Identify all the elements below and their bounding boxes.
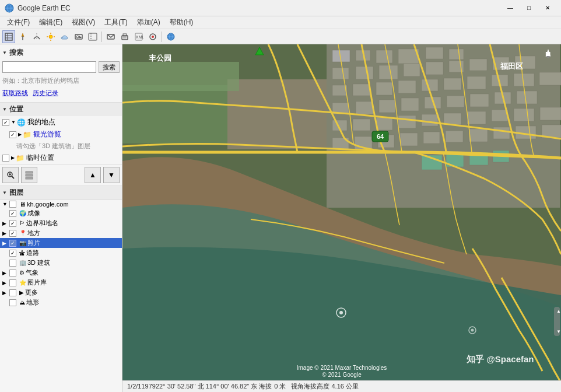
layers-header[interactable]: ▼ 图层 (0, 186, 122, 200)
layer-item-3[interactable]: ▶ ✓ 📍 地方 (0, 228, 122, 238)
temp-location-item[interactable]: ▶ 📁 临时位置 (0, 152, 122, 164)
svg-line-32 (12, 176, 14, 178)
menu-help[interactable]: 帮助(H) (165, 16, 198, 29)
layer-cb-3[interactable]: ✓ (9, 230, 16, 237)
positions-triangle: ▼ (2, 107, 7, 112)
svg-marker-17 (79, 36, 82, 38)
map-svg: 64 丰公园 福田区 N Image © 2021 Maxar Technolo… (122, 44, 561, 392)
layer-label-2: 边界和地名 (26, 219, 58, 228)
svg-rect-3 (5, 33, 12, 40)
layer-item-7[interactable]: ▶ ⚙ 气象 (0, 268, 122, 278)
search-title: 搜索 (9, 48, 23, 58)
layer-weather-icon: ⚙ (19, 270, 24, 276)
nav-down-btn[interactable]: ▼ (103, 167, 120, 183)
layer-cb-10[interactable] (9, 299, 16, 306)
svg-rect-66 (356, 102, 373, 114)
layer-cb-7[interactable] (9, 270, 16, 276)
toolbar-email-btn[interactable] (104, 30, 117, 43)
toolbar-kml-btn[interactable]: KML (132, 30, 145, 43)
app-title: Google Earth EC (17, 4, 502, 12)
svg-rect-49 (404, 64, 420, 76)
toolbar-tilt-btn[interactable] (30, 30, 43, 43)
layer-label-10: 地形 (26, 298, 39, 307)
layer-cb-0[interactable] (9, 201, 16, 208)
toolbar-print-btn[interactable] (118, 30, 131, 43)
svg-rect-99 (122, 85, 227, 144)
maximize-button[interactable]: □ (520, 2, 538, 14)
layer-cb-8[interactable] (9, 279, 16, 286)
layers-section: ▼ 图层 (0, 186, 122, 200)
layer-item-2[interactable]: ▶ ✓ 🏳 边界和地名 (0, 218, 122, 228)
search-triangle: ▼ (2, 50, 7, 55)
toolbar-map-btn[interactable] (2, 30, 15, 43)
svg-rect-55 (332, 85, 347, 96)
history-link[interactable]: 历史记录 (33, 89, 58, 97)
search-input[interactable] (2, 61, 96, 73)
menu-file[interactable]: 文件(F) (2, 16, 34, 29)
toolbar-separator-1 (101, 32, 102, 42)
layer-item-9[interactable]: ▶ ▶ 更多 (0, 288, 122, 298)
layer-item-10[interactable]: ⛰ 地形 (0, 298, 122, 307)
layer-item-8[interactable]: ▶ ⭐ 图片库 (0, 278, 122, 288)
route-link[interactable]: 获取路线 (2, 89, 28, 97)
layer-item-6[interactable]: 🏢 3D 建筑 (0, 258, 122, 268)
svg-rect-35 (26, 172, 33, 173)
my-places-label: 我的地点 (27, 117, 55, 127)
layer-label-3: 地方 (27, 229, 40, 237)
minimize-button[interactable]: — (502, 2, 519, 14)
layer-cb-5[interactable]: ✓ (9, 250, 16, 257)
temp-location-checkbox[interactable] (2, 155, 9, 162)
layer-cb-6[interactable] (9, 260, 16, 267)
menu-view[interactable]: 视图(V) (67, 16, 100, 29)
svg-point-114 (471, 329, 474, 332)
layer-item-0[interactable]: ▼ 🖥 kh.google.com (0, 200, 122, 208)
toolbar-record-btn[interactable] (146, 30, 159, 43)
layer-item-4[interactable]: ▶ ✓ 📷 照片 (0, 238, 122, 248)
svg-rect-18 (89, 33, 97, 40)
svg-rect-88 (423, 132, 440, 144)
layer-item-1[interactable]: ✓ 🌍 成像 (0, 208, 122, 218)
layer-gallery-icon: ⭐ (19, 279, 26, 286)
toolbar-roads-btn[interactable] (86, 30, 99, 43)
layer-cb-9[interactable] (9, 289, 16, 296)
my-places-item[interactable]: ✓ ▼ 🌐 我的地点 (0, 116, 122, 128)
menu-edit[interactable]: 编辑(E) (34, 16, 67, 29)
tourism-checkbox[interactable]: ✓ (9, 131, 16, 138)
my-places-checkbox[interactable]: ✓ (2, 119, 9, 126)
layer-label-0: kh.google.com (27, 201, 69, 208)
layer-expand-8: ▶ (2, 280, 8, 286)
menu-add[interactable]: 添加(A) (132, 16, 165, 29)
layer-expand-4: ▶ (2, 240, 8, 246)
toolbar-gallery-btn[interactable] (72, 30, 85, 43)
zoom-icon-btn[interactable] (2, 167, 19, 183)
svg-rect-77 (398, 116, 416, 128)
svg-rect-98 (227, 79, 327, 149)
search-button[interactable]: 搜索 (99, 61, 120, 73)
svg-point-16 (76, 36, 79, 38)
svg-rect-68 (401, 98, 419, 111)
svg-text:© 2021 Google: © 2021 Google (322, 372, 362, 378)
map-container[interactable]: 64 丰公园 福田区 N Image © 2021 Maxar Technolo… (122, 44, 561, 392)
layer-expand-0: ▼ (2, 201, 8, 207)
menu-tools[interactable]: 工具(T) (100, 16, 132, 29)
temp-triangle: ▶ (11, 155, 15, 160)
positions-header[interactable]: ▼ 位置 (0, 103, 122, 116)
close-button[interactable]: ✕ (539, 2, 556, 14)
layer-cb-4[interactable]: ✓ (9, 240, 16, 247)
toolbar: KML (0, 29, 561, 44)
search-header[interactable]: ▼ 搜索 (2, 47, 120, 59)
svg-rect-83 (540, 107, 561, 120)
layer-label-8: 图片库 (27, 278, 47, 287)
nav-up-btn[interactable]: ▲ (85, 167, 101, 183)
toolbar-earth-btn[interactable] (164, 30, 177, 43)
toolbar-weather-btn[interactable] (58, 30, 71, 43)
layer-cb-2[interactable]: ✓ (9, 220, 16, 227)
svg-rect-90 (469, 129, 488, 142)
toolbar-sun-btn[interactable] (44, 30, 57, 43)
layer-item-5[interactable]: ✓ 🛣 道路 (0, 248, 122, 258)
layers-panel: ▼ 🖥 kh.google.com ✓ 🌍 成像 ▶ ✓ 🏳 (0, 200, 122, 392)
layer-cb-1[interactable]: ✓ (9, 210, 16, 217)
toolbar-navigate-btn[interactable] (16, 30, 29, 43)
layers-icon-btn[interactable] (21, 167, 37, 183)
tourism-item[interactable]: ✓ ▶ 📁 観光游覧 (0, 128, 122, 141)
